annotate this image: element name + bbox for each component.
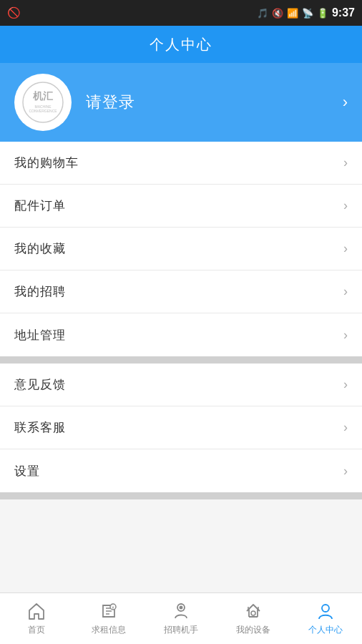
tab-bar: 首页 ¥ 求租信息 招聘机手 我的设备 个 xyxy=(0,592,362,644)
menu-item-label: 配件订单 xyxy=(14,197,66,214)
menu-group-2: 意见反馈 › 联系客服 › 设置 › xyxy=(0,364,362,492)
avatar-logo-svg: 机汇 MACHINE CONVERGENCE xyxy=(21,81,64,124)
chevron-right-icon: › xyxy=(343,241,348,256)
avatar: 机汇 MACHINE CONVERGENCE xyxy=(14,74,72,131)
music-icon: 🎵 xyxy=(257,8,268,19)
tab-my-device[interactable]: 我的设备 xyxy=(217,593,290,644)
menu-item-label: 地址管理 xyxy=(14,327,66,343)
svg-point-9 xyxy=(322,605,329,612)
login-prompt: 请登录 xyxy=(86,92,135,113)
menu-item-label: 我的招聘 xyxy=(14,283,66,300)
menu-item-recruitment[interactable]: 我的招聘 › xyxy=(0,270,362,313)
status-time: 9:37 xyxy=(332,6,355,19)
menu-item-parts-order[interactable]: 配件订单 › xyxy=(0,185,362,228)
chevron-right-icon: › xyxy=(343,377,348,392)
chevron-right-icon: › xyxy=(343,155,348,170)
app-header: 个人中心 xyxy=(0,26,362,63)
bottom-section-divider xyxy=(0,492,362,499)
tab-home-label: 首页 xyxy=(28,624,45,636)
menu-item-settings[interactable]: 设置 › xyxy=(0,449,362,492)
status-bar: 🚫 🎵 🔇 📶 📡 🔋 9:37 xyxy=(0,0,362,26)
tab-recruit[interactable]: 招聘机手 xyxy=(145,593,217,644)
menu-item-shopping-cart[interactable]: 我的购物车 › xyxy=(0,142,362,185)
wifi-icon: 📶 xyxy=(287,8,298,19)
chevron-right-icon: › xyxy=(343,284,348,299)
chevron-right-icon: › xyxy=(343,198,348,213)
svg-text:¥: ¥ xyxy=(112,605,114,610)
battery-icon: 🔋 xyxy=(317,8,328,19)
menu-item-label: 意见反馈 xyxy=(14,376,66,393)
content-area: 机汇 MACHINE CONVERGENCE 请登录 › 我的购物车 › 配件订… xyxy=(0,63,362,592)
mute-icon: 🔇 xyxy=(272,8,283,19)
menu-group-1: 我的购物车 › 配件订单 › 我的收藏 › 我的招聘 › 地址管理 › xyxy=(0,142,362,356)
svg-point-8 xyxy=(251,611,255,615)
menu-item-label: 设置 xyxy=(14,463,40,479)
no-entry-icon: 🚫 xyxy=(7,6,21,19)
svg-point-7 xyxy=(180,606,183,610)
menu-item-address[interactable]: 地址管理 › xyxy=(0,313,362,356)
menu-item-label: 我的购物车 xyxy=(14,155,79,171)
section-divider xyxy=(0,356,362,364)
profile-chevron-icon: › xyxy=(343,93,348,112)
menu-item-favorites[interactable]: 我的收藏 › xyxy=(0,228,362,270)
profile-icon xyxy=(315,601,336,621)
chevron-right-icon: › xyxy=(343,420,348,435)
device-icon xyxy=(243,601,263,621)
status-left-icons: 🚫 xyxy=(7,6,21,19)
home-icon xyxy=(26,601,47,621)
tab-home[interactable]: 首页 xyxy=(0,593,72,644)
page-title: 个人中心 xyxy=(150,35,212,54)
tab-rental-label: 求租信息 xyxy=(92,624,126,636)
rental-icon: ¥ xyxy=(99,601,119,621)
menu-item-customer-service[interactable]: 联系客服 › xyxy=(0,406,362,449)
tab-profile-label: 个人中心 xyxy=(308,624,343,636)
status-right-icons: 🎵 🔇 📶 📡 🔋 9:37 xyxy=(257,6,355,19)
chevron-right-icon: › xyxy=(343,464,348,479)
tab-recruit-label: 招聘机手 xyxy=(164,624,198,636)
svg-text:机汇: 机汇 xyxy=(32,90,54,102)
menu-item-label: 联系客服 xyxy=(14,419,66,436)
svg-text:CONVERGENCE: CONVERGENCE xyxy=(29,109,57,113)
chevron-right-icon: › xyxy=(343,328,348,343)
recruit-icon xyxy=(171,601,191,621)
signal-icon: 📡 xyxy=(302,8,313,19)
tab-my-device-label: 我的设备 xyxy=(236,624,270,636)
menu-item-feedback[interactable]: 意见反馈 › xyxy=(0,364,362,406)
tab-rental[interactable]: ¥ 求租信息 xyxy=(72,593,145,644)
profile-banner[interactable]: 机汇 MACHINE CONVERGENCE 请登录 › xyxy=(0,63,362,142)
menu-item-label: 我的收藏 xyxy=(14,240,66,257)
tab-profile[interactable]: 个人中心 xyxy=(290,593,362,644)
svg-point-0 xyxy=(23,82,63,122)
